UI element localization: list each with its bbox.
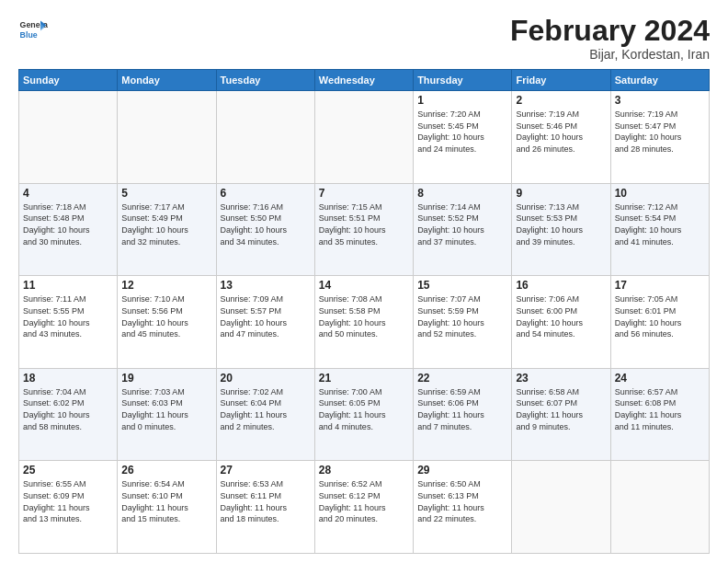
calendar-cell: 3Sunrise: 7:19 AM Sunset: 5:47 PM Daylig… [610, 91, 709, 184]
day-number: 24 [615, 372, 705, 385]
day-info: Sunrise: 7:03 AM Sunset: 6:03 PM Dayligh… [121, 386, 211, 432]
day-info: Sunrise: 7:13 AM Sunset: 5:53 PM Dayligh… [516, 201, 606, 247]
calendar-cell: 7Sunrise: 7:15 AM Sunset: 5:51 PM Daylig… [314, 183, 413, 276]
day-number: 11 [23, 279, 113, 292]
col-friday: Friday [512, 70, 610, 91]
day-info: Sunrise: 6:50 AM Sunset: 6:13 PM Dayligh… [417, 478, 507, 524]
day-info: Sunrise: 7:07 AM Sunset: 5:59 PM Dayligh… [417, 293, 507, 339]
col-saturday: Saturday [610, 70, 709, 91]
calendar-header-row: Sunday Monday Tuesday Wednesday Thursday… [19, 70, 710, 91]
calendar-cell: 18Sunrise: 7:04 AM Sunset: 6:02 PM Dayli… [19, 368, 118, 461]
day-number: 17 [615, 279, 705, 292]
day-info: Sunrise: 7:15 AM Sunset: 5:51 PM Dayligh… [319, 201, 409, 247]
logo-icon: General Blue [18, 15, 48, 44]
day-info: Sunrise: 6:54 AM Sunset: 6:10 PM Dayligh… [121, 478, 211, 524]
calendar-cell: 10Sunrise: 7:12 AM Sunset: 5:54 PM Dayli… [610, 183, 709, 276]
calendar-cell [19, 91, 118, 184]
day-info: Sunrise: 7:16 AM Sunset: 5:50 PM Dayligh… [221, 201, 311, 247]
day-number: 27 [221, 464, 311, 477]
day-info: Sunrise: 6:58 AM Sunset: 6:07 PM Dayligh… [516, 386, 606, 432]
day-info: Sunrise: 7:12 AM Sunset: 5:54 PM Dayligh… [615, 201, 705, 247]
calendar-cell: 1Sunrise: 7:20 AM Sunset: 5:45 PM Daylig… [414, 91, 512, 184]
calendar-cell: 25Sunrise: 6:55 AM Sunset: 6:09 PM Dayli… [19, 461, 118, 554]
calendar-cell: 16Sunrise: 7:06 AM Sunset: 6:00 PM Dayli… [512, 276, 610, 369]
calendar-cell: 19Sunrise: 7:03 AM Sunset: 6:03 PM Dayli… [118, 368, 216, 461]
calendar-cell: 28Sunrise: 6:52 AM Sunset: 6:12 PM Dayli… [314, 461, 413, 554]
calendar-cell: 5Sunrise: 7:17 AM Sunset: 5:49 PM Daylig… [118, 183, 216, 276]
day-number: 4 [23, 187, 113, 200]
day-number: 29 [417, 464, 507, 477]
calendar-cell: 9Sunrise: 7:13 AM Sunset: 5:53 PM Daylig… [512, 183, 610, 276]
day-number: 1 [417, 94, 507, 107]
col-wednesday: Wednesday [314, 70, 413, 91]
day-info: Sunrise: 7:05 AM Sunset: 6:01 PM Dayligh… [615, 293, 705, 339]
day-info: Sunrise: 6:55 AM Sunset: 6:09 PM Dayligh… [23, 478, 113, 524]
day-number: 25 [23, 464, 113, 477]
calendar-cell [118, 91, 216, 184]
day-info: Sunrise: 6:59 AM Sunset: 6:06 PM Dayligh… [417, 386, 507, 432]
location-title: Bijar, Kordestan, Iran [510, 47, 710, 62]
calendar-cell: 26Sunrise: 6:54 AM Sunset: 6:10 PM Dayli… [118, 461, 216, 554]
day-number: 20 [221, 372, 311, 385]
calendar-cell: 23Sunrise: 6:58 AM Sunset: 6:07 PM Dayli… [512, 368, 610, 461]
day-info: Sunrise: 7:20 AM Sunset: 5:45 PM Dayligh… [417, 109, 507, 155]
day-number: 6 [221, 187, 311, 200]
day-number: 18 [23, 372, 113, 385]
day-number: 15 [417, 279, 507, 292]
calendar-cell: 17Sunrise: 7:05 AM Sunset: 6:01 PM Dayli… [610, 276, 709, 369]
day-info: Sunrise: 7:00 AM Sunset: 6:05 PM Dayligh… [319, 386, 409, 432]
calendar-cell: 12Sunrise: 7:10 AM Sunset: 5:56 PM Dayli… [118, 276, 216, 369]
calendar-cell: 4Sunrise: 7:18 AM Sunset: 5:48 PM Daylig… [19, 183, 118, 276]
day-info: Sunrise: 7:17 AM Sunset: 5:49 PM Dayligh… [121, 201, 211, 247]
day-info: Sunrise: 7:14 AM Sunset: 5:52 PM Dayligh… [417, 201, 507, 247]
day-info: Sunrise: 7:10 AM Sunset: 5:56 PM Dayligh… [121, 293, 211, 339]
day-number: 28 [319, 464, 409, 477]
day-number: 14 [319, 279, 409, 292]
day-info: Sunrise: 6:52 AM Sunset: 6:12 PM Dayligh… [319, 478, 409, 524]
logo: General Blue [18, 15, 48, 44]
svg-text:Blue: Blue [20, 30, 38, 40]
header: General Blue February 2024 Bijar, Kordes… [18, 15, 710, 62]
day-number: 3 [615, 94, 705, 107]
day-number: 7 [319, 187, 409, 200]
col-thursday: Thursday [414, 70, 512, 91]
calendar-table: Sunday Monday Tuesday Wednesday Thursday… [18, 69, 710, 554]
calendar-cell [512, 461, 610, 554]
day-number: 19 [121, 372, 211, 385]
day-number: 23 [516, 372, 606, 385]
day-number: 2 [516, 94, 606, 107]
day-number: 13 [221, 279, 311, 292]
month-title: February 2024 [510, 15, 710, 47]
day-number: 12 [121, 279, 211, 292]
day-number: 8 [417, 187, 507, 200]
day-number: 10 [615, 187, 705, 200]
calendar-cell: 11Sunrise: 7:11 AM Sunset: 5:55 PM Dayli… [19, 276, 118, 369]
calendar-cell: 14Sunrise: 7:08 AM Sunset: 5:58 PM Dayli… [314, 276, 413, 369]
col-tuesday: Tuesday [216, 70, 314, 91]
day-number: 22 [417, 372, 507, 385]
day-info: Sunrise: 7:19 AM Sunset: 5:46 PM Dayligh… [516, 109, 606, 155]
day-info: Sunrise: 7:06 AM Sunset: 6:00 PM Dayligh… [516, 293, 606, 339]
day-number: 26 [121, 464, 211, 477]
page: General Blue February 2024 Bijar, Kordes… [0, 0, 728, 563]
calendar-cell: 20Sunrise: 7:02 AM Sunset: 6:04 PM Dayli… [216, 368, 314, 461]
day-info: Sunrise: 7:11 AM Sunset: 5:55 PM Dayligh… [23, 293, 113, 339]
day-info: Sunrise: 7:09 AM Sunset: 5:57 PM Dayligh… [221, 293, 311, 339]
day-info: Sunrise: 7:08 AM Sunset: 5:58 PM Dayligh… [319, 293, 409, 339]
day-number: 9 [516, 187, 606, 200]
day-info: Sunrise: 6:53 AM Sunset: 6:11 PM Dayligh… [221, 478, 311, 524]
calendar-cell: 22Sunrise: 6:59 AM Sunset: 6:06 PM Dayli… [414, 368, 512, 461]
day-info: Sunrise: 6:57 AM Sunset: 6:08 PM Dayligh… [615, 386, 705, 432]
calendar-cell: 27Sunrise: 6:53 AM Sunset: 6:11 PM Dayli… [216, 461, 314, 554]
calendar-cell: 21Sunrise: 7:00 AM Sunset: 6:05 PM Dayli… [314, 368, 413, 461]
calendar-cell [314, 91, 413, 184]
calendar-cell: 2Sunrise: 7:19 AM Sunset: 5:46 PM Daylig… [512, 91, 610, 184]
calendar-cell: 29Sunrise: 6:50 AM Sunset: 6:13 PM Dayli… [414, 461, 512, 554]
day-number: 21 [319, 372, 409, 385]
calendar-cell: 13Sunrise: 7:09 AM Sunset: 5:57 PM Dayli… [216, 276, 314, 369]
calendar-cell [216, 91, 314, 184]
calendar-cell: 15Sunrise: 7:07 AM Sunset: 5:59 PM Dayli… [414, 276, 512, 369]
day-number: 16 [516, 279, 606, 292]
col-monday: Monday [118, 70, 216, 91]
calendar-cell: 6Sunrise: 7:16 AM Sunset: 5:50 PM Daylig… [216, 183, 314, 276]
